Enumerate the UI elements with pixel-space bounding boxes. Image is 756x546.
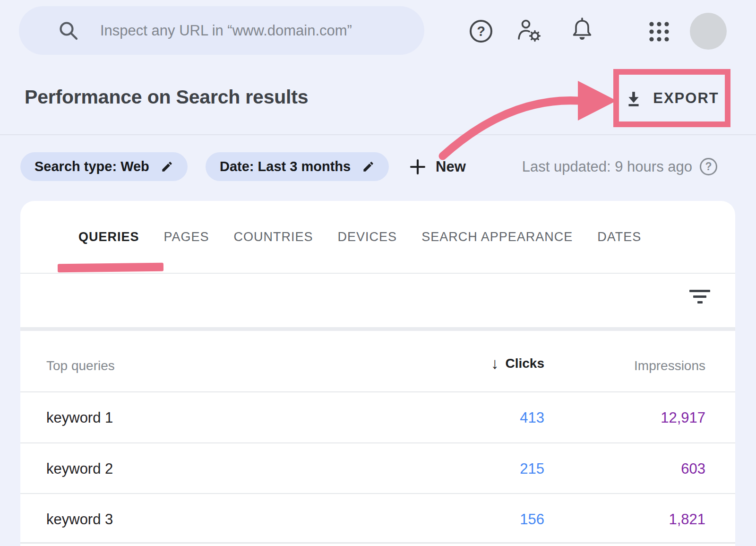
user-settings-icon[interactable] xyxy=(516,18,545,44)
notifications-bell-icon[interactable] xyxy=(570,17,594,45)
table-row[interactable]: keyword 2 215 603 xyxy=(20,442,735,494)
tabs-divider xyxy=(20,273,735,274)
info-question-icon[interactable]: ? xyxy=(700,158,717,175)
impressions-cell: 1,821 xyxy=(669,511,705,528)
table-filter-icon[interactable] xyxy=(679,290,721,303)
query-cell: keyword 1 xyxy=(46,409,113,426)
help-icon[interactable]: ? xyxy=(470,20,492,43)
query-cell: keyword 2 xyxy=(46,460,113,477)
tab-dates[interactable]: DATES xyxy=(597,230,641,244)
table-top-divider xyxy=(20,327,735,331)
plus-icon xyxy=(409,158,426,175)
search-input[interactable] xyxy=(99,22,394,40)
impressions-cell: 603 xyxy=(681,460,705,477)
last-updated-status: Last updated: 9 hours ago ? xyxy=(522,152,717,181)
tab-pages[interactable]: PAGES xyxy=(164,230,209,244)
tab-devices[interactable]: DEVICES xyxy=(338,230,397,244)
new-filter-label: New xyxy=(436,158,466,175)
url-inspect-search-bar[interactable] xyxy=(19,6,424,55)
report-card: QUERIES PAGES COUNTRIES DEVICES SEARCH A… xyxy=(20,201,735,546)
date-filter-chip[interactable]: Date: Last 3 months xyxy=(206,152,389,181)
query-cell: keyword 3 xyxy=(46,511,113,528)
column-header-clicks-label: Clicks xyxy=(506,356,545,371)
column-header-clicks[interactable]: ↓ Clicks xyxy=(491,355,544,371)
annotation-arrow xyxy=(423,70,621,165)
page-title: Performance on Search results xyxy=(25,86,308,108)
account-avatar[interactable] xyxy=(690,13,727,50)
clicks-cell: 413 xyxy=(520,409,544,426)
search-console-performance-page: ? Performance on Search results xyxy=(0,0,756,546)
column-header-top-queries[interactable]: Top queries xyxy=(46,358,115,373)
search-type-chip[interactable]: Search type: Web xyxy=(20,152,188,181)
gear-glyph xyxy=(530,31,540,41)
edit-pencil-icon xyxy=(161,160,173,173)
date-filter-chip-label: Date: Last 3 months xyxy=(220,159,351,174)
impressions-cell: 12,917 xyxy=(661,409,705,426)
table-header-row: Top queries ↓ Clicks Impressions xyxy=(20,331,735,391)
table-row[interactable]: keyword 3 156 1,821 xyxy=(20,493,735,545)
export-button-annotation-box: EXPORT xyxy=(613,69,730,127)
dimension-tabs: QUERIES PAGES COUNTRIES DEVICES SEARCH A… xyxy=(78,201,641,273)
tab-search-appearance[interactable]: SEARCH APPEARANCE xyxy=(421,230,573,244)
header-divider xyxy=(0,134,756,135)
download-icon xyxy=(625,89,643,107)
clicks-cell: 215 xyxy=(520,460,544,477)
edit-pencil-icon xyxy=(362,160,375,173)
search-icon xyxy=(58,20,79,42)
clicks-cell: 156 xyxy=(520,511,544,528)
apps-grid-icon[interactable] xyxy=(648,20,670,43)
tab-queries[interactable]: QUERIES xyxy=(78,230,139,244)
column-header-impressions[interactable]: Impressions xyxy=(634,358,705,373)
last-updated-text: Last updated: 9 hours ago xyxy=(522,158,692,175)
sort-descending-icon: ↓ xyxy=(491,355,499,371)
search-type-chip-label: Search type: Web xyxy=(34,159,149,174)
tab-countries[interactable]: COUNTRIES xyxy=(234,230,313,244)
annotation-underline-queries xyxy=(58,263,163,273)
new-filter-button[interactable]: New xyxy=(409,152,466,181)
table-bottom-divider xyxy=(20,542,735,544)
table-row[interactable]: keyword 1 413 12,917 xyxy=(20,391,735,443)
export-button[interactable]: EXPORT xyxy=(653,90,719,107)
